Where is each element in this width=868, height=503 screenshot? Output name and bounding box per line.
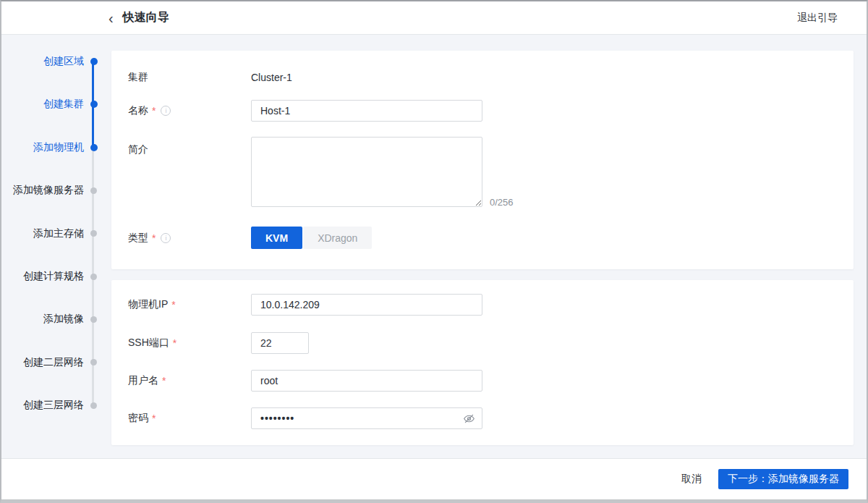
stepper-step-2[interactable]: 创建集群: [1, 97, 111, 111]
ssh-port-input[interactable]: [251, 332, 309, 354]
step-dot-icon: [90, 359, 97, 365]
cluster-label: 集群: [128, 71, 148, 84]
description-row: 简介 0/256: [111, 137, 854, 210]
type-row: 类型 * i KVMXDragon: [111, 227, 854, 249]
cancel-button[interactable]: 取消: [681, 473, 702, 486]
step-dot-icon: [90, 58, 98, 65]
stepper-step-3[interactable]: 添加物理机: [1, 140, 111, 155]
required-asterisk: *: [162, 375, 166, 386]
page-title: 快速向导: [123, 10, 169, 25]
step-dot-icon: [90, 402, 97, 409]
required-asterisk: *: [171, 299, 175, 310]
type-label: 类型: [128, 232, 148, 245]
host-ip-label: 物理机IP: [128, 298, 168, 311]
type-option-kvm[interactable]: KVM: [251, 227, 302, 249]
ssh-port-label: SSH端口: [128, 337, 169, 350]
stepper-step-5[interactable]: 添加主存储: [1, 227, 111, 241]
stepper-step-9[interactable]: 创建三层网络: [1, 398, 111, 413]
required-asterisk: *: [173, 337, 176, 349]
stepper-step-1[interactable]: 创建区域: [1, 54, 111, 69]
step-label: 添加镜像: [43, 313, 84, 326]
step-label: 创建二层网络: [23, 356, 84, 369]
step-label: 创建区域: [43, 55, 84, 68]
step-dot-icon: [90, 316, 97, 323]
required-asterisk: *: [152, 232, 156, 244]
stepper-step-7[interactable]: 添加镜像: [1, 312, 111, 326]
host-ip-input[interactable]: [251, 294, 482, 316]
step-label: 创建集群: [43, 98, 84, 111]
username-row: 用户名 *: [111, 370, 854, 392]
required-asterisk: *: [152, 413, 156, 424]
stepper-step-4[interactable]: 添加镜像服务器: [1, 183, 111, 198]
footer-bar: 取消 下一步：添加镜像服务器: [1, 458, 867, 499]
name-input[interactable]: [251, 100, 482, 122]
back-chevron-icon[interactable]: ‹: [109, 11, 114, 25]
username-input[interactable]: [251, 370, 482, 392]
required-asterisk: *: [152, 105, 156, 117]
step-label: 添加镜像服务器: [13, 184, 84, 197]
host-basic-card: 集群 Cluster-1 名称 * i 简介 0/256 类型 * i: [111, 51, 854, 269]
host-connection-card: 物理机IP * SSH端口 * 用户名 * 密码 *: [111, 280, 854, 445]
host-ip-row: 物理机IP *: [111, 294, 854, 316]
step-label: 创建三层网络: [23, 399, 84, 412]
name-row: 名称 * i: [111, 100, 854, 122]
header-bar: ‹ 快速向导 退出引导: [1, 1, 867, 35]
step-dot-icon: [90, 101, 98, 108]
info-icon[interactable]: i: [161, 233, 171, 243]
step-label: 创建计算规格: [23, 270, 84, 283]
cluster-row: 集群 Cluster-1: [111, 70, 854, 85]
stepper-step-8[interactable]: 创建二层网络: [1, 355, 111, 370]
step-dot-icon: [90, 187, 97, 194]
name-label: 名称: [128, 104, 148, 117]
description-textarea[interactable]: [251, 137, 482, 207]
step-dot-icon: [90, 274, 97, 280]
step-dot-icon: [90, 230, 97, 237]
ssh-port-row: SSH端口 *: [111, 332, 854, 354]
step-label: 添加主存储: [33, 227, 84, 240]
step-label: 添加物理机: [33, 141, 84, 154]
info-icon[interactable]: i: [161, 106, 171, 116]
type-toggle: KVMXDragon: [251, 227, 372, 249]
quick-wizard-window: ‹ 快速向导 退出引导 创建区域创建集群添加物理机添加镜像服务器添加主存储创建计…: [0, 0, 868, 503]
username-label: 用户名: [128, 374, 158, 387]
stepper-step-6[interactable]: 创建计算规格: [1, 269, 111, 284]
description-label: 简介: [128, 143, 148, 156]
password-label: 密码: [128, 412, 148, 425]
exit-wizard-link[interactable]: 退出引导: [797, 12, 838, 25]
password-input[interactable]: [251, 407, 482, 429]
eye-slash-icon[interactable]: [462, 412, 475, 425]
type-option-xdragon[interactable]: XDragon: [303, 227, 372, 249]
stepper: 创建区域创建集群添加物理机添加镜像服务器添加主存储创建计算规格添加镜像创建二层网…: [1, 35, 111, 458]
next-step-button[interactable]: 下一步：添加镜像服务器: [718, 469, 848, 489]
cluster-value: Cluster-1: [251, 72, 292, 83]
char-counter: 0/256: [490, 197, 514, 208]
password-row: 密码 *: [111, 407, 854, 429]
step-dot-icon: [90, 144, 98, 151]
